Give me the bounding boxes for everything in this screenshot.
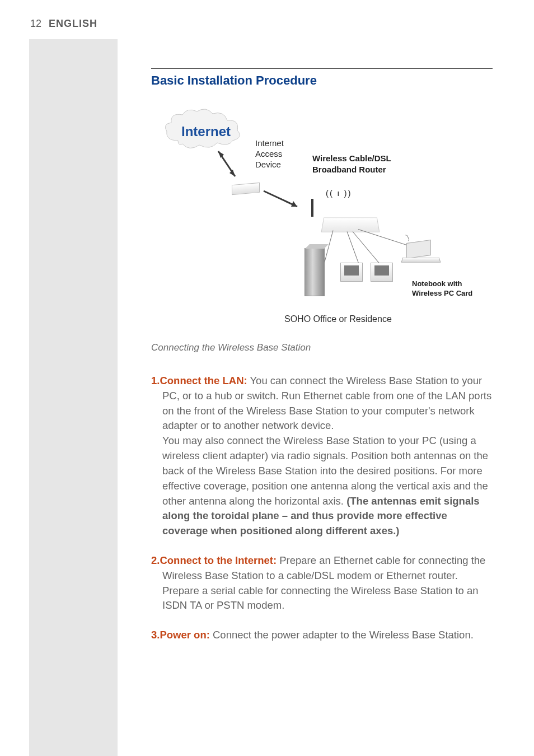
router-line2: Broadband Router [312,165,386,174]
step-title: Connect the LAN: [160,375,247,386]
iad-line3: Device [255,160,281,169]
laptop-icon [402,241,440,266]
antenna-icon: (( ı )) [326,188,352,198]
cloud-label: Internet [181,124,231,139]
page-number: 12 [30,18,41,29]
desktop-icon [340,263,363,282]
notebook-line1: Notebook with [412,279,462,288]
arrow-device-to-router-icon [261,184,306,212]
section-rule [151,68,493,69]
router-line1: Wireless Cable/DSL [312,153,391,163]
section-title: Basic Installation Procedure [151,73,493,88]
access-device-label: Internet Access Device [255,138,284,170]
arrow-cloud-to-device-icon [213,148,241,182]
step-3: 3.Power on: Connect the power adapter to… [151,628,493,643]
iad-line2: Access [255,149,282,158]
left-sidebar-band [29,39,118,756]
page-header: 12 ENGLISH [30,18,97,30]
notebook-label: Notebook with Wireless PC Card [412,279,472,298]
antenna-stem-icon [311,199,313,217]
network-diagram: Internet Internet Access Device Wireless… [151,101,493,337]
internet-cloud-icon: Internet [161,107,245,152]
step-1: 1.Connect the LAN: You can connect the W… [151,374,493,539]
access-device-icon [232,183,260,195]
step-number: 2. [151,554,160,566]
step-number: 3. [151,629,160,641]
notebook-line2: Wireless PC Card [412,289,472,297]
step-title: Power on: [160,629,209,641]
router-icon [321,217,380,232]
soho-label: SOHO Office or Residence [284,314,392,324]
router-label: Wireless Cable/DSL Broadband Router [312,153,391,175]
step-title: Connect to the Internet: [160,554,277,566]
step-body: Connect the power adapter to the Wireles… [210,629,474,641]
step-number: 1. [151,375,160,386]
server-icon [305,248,325,296]
language-label: ENGLISH [49,18,97,29]
desktop-icon [371,263,393,282]
figure-caption: Connecting the Wireless Base Station [151,342,493,353]
step-2: 2.Connect to the Internet: Prepare an Et… [151,553,493,613]
main-content: Basic Installation Procedure Internet In… [151,68,493,657]
iad-line1: Internet [255,138,284,148]
